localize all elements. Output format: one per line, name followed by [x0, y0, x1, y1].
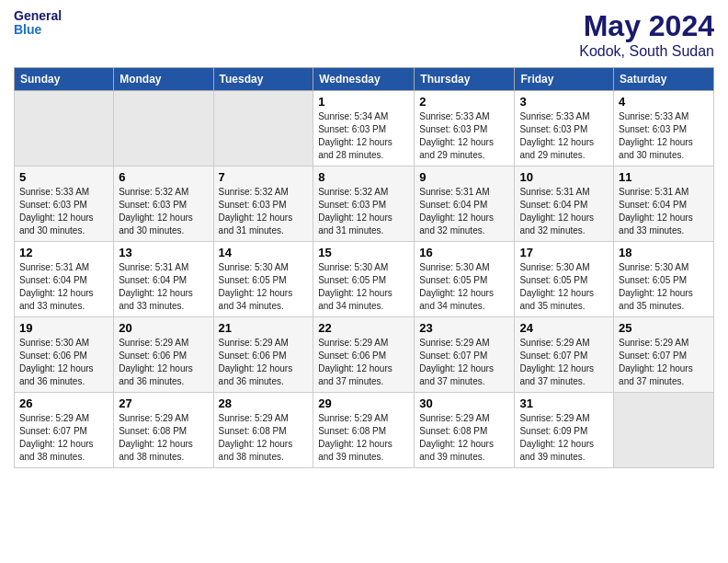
day-info: Sunrise: 5:29 AM Sunset: 6:07 PM Dayligh… — [519, 337, 609, 388]
calendar-cell: 1Sunrise: 5:34 AM Sunset: 6:03 PM Daylig… — [313, 91, 415, 167]
calendar-cell: 12Sunrise: 5:31 AM Sunset: 6:04 PM Dayli… — [15, 242, 114, 317]
day-number: 30 — [419, 396, 509, 410]
day-number: 12 — [19, 246, 108, 259]
day-number: 7 — [219, 170, 309, 184]
day-number: 19 — [19, 321, 108, 335]
calendar-cell: 18Sunrise: 5:30 AM Sunset: 6:05 PM Dayli… — [614, 242, 714, 317]
day-number: 16 — [419, 246, 509, 259]
calendar-cell: 21Sunrise: 5:29 AM Sunset: 6:06 PM Dayli… — [213, 317, 313, 393]
day-info: Sunrise: 5:30 AM Sunset: 6:05 PM Dayligh… — [619, 261, 709, 313]
day-info: Sunrise: 5:32 AM Sunset: 6:03 PM Dayligh… — [219, 186, 309, 237]
calendar-cell: 30Sunrise: 5:29 AM Sunset: 6:08 PM Dayli… — [415, 393, 515, 468]
calendar-cell: 31Sunrise: 5:29 AM Sunset: 6:09 PM Dayli… — [515, 393, 614, 468]
day-number: 20 — [119, 321, 208, 335]
day-number: 18 — [619, 246, 709, 259]
calendar-cell: 17Sunrise: 5:30 AM Sunset: 6:05 PM Dayli… — [515, 242, 614, 317]
day-number: 2 — [419, 95, 509, 109]
day-number: 10 — [519, 170, 609, 184]
day-header-wednesday: Wednesday — [313, 68, 415, 91]
day-number: 29 — [318, 396, 409, 410]
day-number: 21 — [219, 321, 309, 335]
day-number: 25 — [619, 321, 709, 335]
day-info: Sunrise: 5:30 AM Sunset: 6:05 PM Dayligh… — [219, 261, 309, 313]
day-info: Sunrise: 5:29 AM Sunset: 6:08 PM Dayligh… — [219, 412, 309, 464]
day-number: 24 — [519, 321, 609, 335]
day-header-thursday: Thursday — [415, 68, 515, 91]
main-title: May 2024 — [579, 9, 714, 43]
calendar-cell: 6Sunrise: 5:32 AM Sunset: 6:03 PM Daylig… — [114, 167, 213, 242]
day-number: 8 — [318, 170, 409, 184]
calendar-cell: 5Sunrise: 5:33 AM Sunset: 6:03 PM Daylig… — [15, 167, 114, 242]
subtitle: Kodok, South Sudan — [579, 43, 714, 60]
calendar-cell: 23Sunrise: 5:29 AM Sunset: 6:07 PM Dayli… — [415, 317, 515, 393]
title-block: May 2024 Kodok, South Sudan — [579, 9, 714, 60]
calendar-cell — [15, 91, 114, 167]
calendar-cell: 22Sunrise: 5:29 AM Sunset: 6:06 PM Dayli… — [313, 317, 415, 393]
day-number: 11 — [619, 170, 709, 184]
day-number: 3 — [519, 95, 609, 109]
day-info: Sunrise: 5:29 AM Sunset: 6:06 PM Dayligh… — [119, 337, 208, 388]
calendar-week-row: 1Sunrise: 5:34 AM Sunset: 6:03 PM Daylig… — [15, 91, 714, 167]
calendar-cell: 10Sunrise: 5:31 AM Sunset: 6:04 PM Dayli… — [515, 167, 614, 242]
day-number: 22 — [318, 321, 409, 335]
logo-general-text: General — [14, 9, 62, 23]
calendar-cell: 8Sunrise: 5:32 AM Sunset: 6:03 PM Daylig… — [313, 167, 415, 242]
calendar-cell — [114, 91, 213, 167]
calendar-cell: 14Sunrise: 5:30 AM Sunset: 6:05 PM Dayli… — [213, 242, 313, 317]
day-info: Sunrise: 5:31 AM Sunset: 6:04 PM Dayligh… — [419, 186, 509, 237]
calendar-cell: 4Sunrise: 5:33 AM Sunset: 6:03 PM Daylig… — [614, 91, 714, 167]
day-info: Sunrise: 5:34 AM Sunset: 6:03 PM Dayligh… — [318, 110, 409, 162]
calendar-cell: 19Sunrise: 5:30 AM Sunset: 6:06 PM Dayli… — [15, 317, 114, 393]
day-info: Sunrise: 5:30 AM Sunset: 6:05 PM Dayligh… — [419, 261, 509, 313]
calendar-container: GeneralBlue May 2024 Kodok, South Sudan … — [0, 0, 728, 482]
calendar-header-row: SundayMondayTuesdayWednesdayThursdayFrid… — [15, 68, 714, 91]
calendar-week-row: 19Sunrise: 5:30 AM Sunset: 6:06 PM Dayli… — [15, 317, 714, 393]
day-number: 27 — [119, 396, 208, 410]
calendar-week-row: 12Sunrise: 5:31 AM Sunset: 6:04 PM Dayli… — [15, 242, 714, 317]
day-info: Sunrise: 5:33 AM Sunset: 6:03 PM Dayligh… — [419, 110, 509, 162]
calendar-cell: 7Sunrise: 5:32 AM Sunset: 6:03 PM Daylig… — [213, 167, 313, 242]
calendar-cell: 26Sunrise: 5:29 AM Sunset: 6:07 PM Dayli… — [15, 393, 114, 468]
day-header-monday: Monday — [114, 68, 213, 91]
day-number: 31 — [519, 396, 609, 410]
day-number: 1 — [318, 95, 409, 109]
day-info: Sunrise: 5:32 AM Sunset: 6:03 PM Dayligh… — [119, 186, 208, 237]
day-info: Sunrise: 5:30 AM Sunset: 6:06 PM Dayligh… — [19, 337, 108, 388]
calendar-table: SundayMondayTuesdayWednesdayThursdayFrid… — [14, 67, 714, 468]
day-info: Sunrise: 5:30 AM Sunset: 6:05 PM Dayligh… — [519, 261, 609, 313]
calendar-cell — [213, 91, 313, 167]
calendar-cell: 29Sunrise: 5:29 AM Sunset: 6:08 PM Dayli… — [313, 393, 415, 468]
day-number: 6 — [119, 170, 208, 184]
day-info: Sunrise: 5:33 AM Sunset: 6:03 PM Dayligh… — [619, 110, 709, 162]
calendar-week-row: 5Sunrise: 5:33 AM Sunset: 6:03 PM Daylig… — [15, 167, 714, 242]
day-info: Sunrise: 5:31 AM Sunset: 6:04 PM Dayligh… — [519, 186, 609, 237]
day-number: 15 — [318, 246, 409, 259]
day-info: Sunrise: 5:29 AM Sunset: 6:06 PM Dayligh… — [318, 337, 409, 388]
day-info: Sunrise: 5:29 AM Sunset: 6:07 PM Dayligh… — [619, 337, 709, 388]
day-header-sunday: Sunday — [15, 68, 114, 91]
day-info: Sunrise: 5:29 AM Sunset: 6:08 PM Dayligh… — [119, 412, 208, 464]
calendar-cell: 2Sunrise: 5:33 AM Sunset: 6:03 PM Daylig… — [415, 91, 515, 167]
day-number: 26 — [19, 396, 108, 410]
header: GeneralBlue May 2024 Kodok, South Sudan — [14, 9, 714, 60]
calendar-cell: 3Sunrise: 5:33 AM Sunset: 6:03 PM Daylig… — [515, 91, 614, 167]
calendar-cell: 13Sunrise: 5:31 AM Sunset: 6:04 PM Dayli… — [114, 242, 213, 317]
day-info: Sunrise: 5:29 AM Sunset: 6:09 PM Dayligh… — [519, 412, 609, 464]
day-info: Sunrise: 5:29 AM Sunset: 6:07 PM Dayligh… — [19, 412, 108, 464]
day-number: 14 — [219, 246, 309, 259]
day-info: Sunrise: 5:30 AM Sunset: 6:05 PM Dayligh… — [318, 261, 409, 313]
day-info: Sunrise: 5:29 AM Sunset: 6:07 PM Dayligh… — [419, 337, 509, 388]
day-number: 5 — [19, 170, 108, 184]
calendar-cell: 27Sunrise: 5:29 AM Sunset: 6:08 PM Dayli… — [114, 393, 213, 468]
day-info: Sunrise: 5:31 AM Sunset: 6:04 PM Dayligh… — [619, 186, 709, 237]
calendar-cell: 24Sunrise: 5:29 AM Sunset: 6:07 PM Dayli… — [515, 317, 614, 393]
logo: GeneralBlue — [14, 9, 62, 38]
day-header-friday: Friday — [515, 68, 614, 91]
calendar-cell: 25Sunrise: 5:29 AM Sunset: 6:07 PM Dayli… — [614, 317, 714, 393]
day-number: 4 — [619, 95, 709, 109]
day-header-tuesday: Tuesday — [213, 68, 313, 91]
calendar-cell: 16Sunrise: 5:30 AM Sunset: 6:05 PM Dayli… — [415, 242, 515, 317]
day-number: 28 — [219, 396, 309, 410]
calendar-week-row: 26Sunrise: 5:29 AM Sunset: 6:07 PM Dayli… — [15, 393, 714, 468]
day-info: Sunrise: 5:32 AM Sunset: 6:03 PM Dayligh… — [318, 186, 409, 237]
